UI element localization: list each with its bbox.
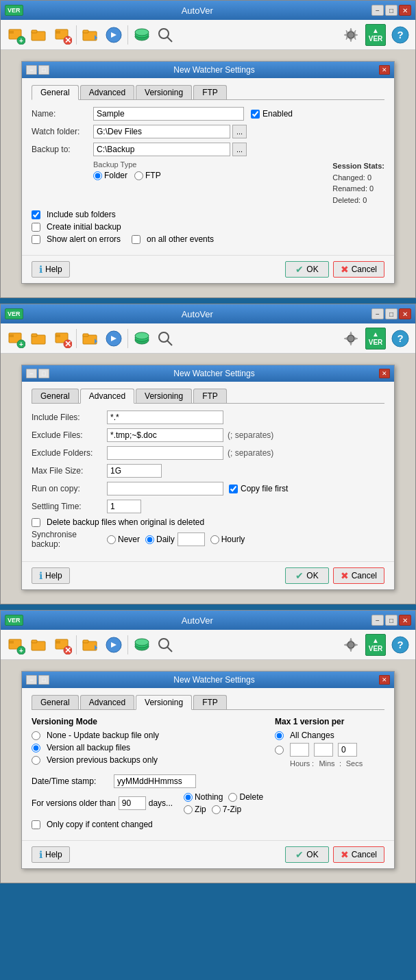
zip-radio[interactable] [184, 805, 193, 814]
open-folder-btn[interactable] [28, 24, 50, 46]
open-folder-btn-2[interactable] [28, 328, 50, 350]
delete-btn-2[interactable]: ✕ [51, 328, 73, 350]
open-folder-btn-3[interactable] [28, 634, 50, 656]
add-watcher-btn-3[interactable]: + [5, 634, 27, 656]
help-btn-toolbar-2[interactable]: ? [389, 328, 411, 350]
dialog-min-2[interactable]: − [26, 369, 37, 378]
maximize-btn-3[interactable]: □ [385, 615, 397, 626]
time-based-radio[interactable] [275, 746, 284, 755]
gear-btn-2[interactable] [340, 328, 362, 350]
arrow-btn-3[interactable] [103, 634, 125, 656]
backup-btn-2[interactable] [131, 328, 153, 350]
autover-btn[interactable]: ▲VER [365, 24, 387, 46]
on-all-events-checkbox[interactable] [132, 235, 140, 244]
all-radio[interactable] [32, 744, 40, 752]
settings-btn-2[interactable] [79, 328, 101, 350]
autover-btn-2[interactable]: ▲VER [365, 328, 387, 350]
cancel-button-2[interactable]: ✖ Cancel [333, 567, 384, 584]
dialog-close-3[interactable]: ✕ [379, 675, 390, 685]
add-watcher-btn[interactable]: + [5, 24, 27, 46]
minimize-btn-2[interactable]: − [371, 308, 384, 319]
daily-time-input[interactable] [178, 532, 205, 546]
cancel-button-1[interactable]: ✖ Cancel [333, 261, 384, 278]
cancel-button-3[interactable]: ✖ Cancel [333, 846, 384, 863]
tab-ftp-1[interactable]: FTP [193, 85, 227, 99]
tab-advanced-2[interactable]: Advanced [80, 389, 134, 404]
maximize-btn-2[interactable]: □ [385, 308, 397, 319]
help-button-2[interactable]: ℹ Help [32, 567, 70, 584]
dialog-max-2[interactable]: □ [38, 369, 49, 378]
mins-input[interactable] [314, 743, 333, 757]
dialog-min-1[interactable]: − [26, 65, 37, 75]
include-sub-checkbox[interactable] [32, 210, 40, 219]
arrow-btn-2[interactable] [103, 328, 125, 350]
previous-radio[interactable] [32, 756, 40, 765]
watch-folder-browse-btn[interactable]: ... [232, 125, 247, 138]
hourly-radio[interactable] [210, 535, 219, 544]
delete-radio[interactable] [228, 793, 237, 802]
backup-to-browse-btn[interactable]: ... [232, 143, 247, 156]
datetime-stamp-input[interactable] [114, 774, 196, 788]
only-copy-checkbox[interactable] [32, 820, 40, 829]
tab-versioning-1[interactable]: Versioning [136, 85, 192, 99]
tab-general-3[interactable]: General [32, 695, 79, 709]
minimize-btn-1[interactable]: − [371, 5, 384, 16]
delete-btn-3[interactable]: ✕ [51, 634, 73, 656]
enabled-checkbox[interactable] [251, 110, 260, 119]
secs-input[interactable] [338, 743, 357, 757]
all-changes-radio[interactable] [275, 731, 284, 740]
close-btn-3[interactable]: ✕ [399, 615, 411, 626]
backup-to-input[interactable] [93, 143, 230, 156]
minimize-btn-3[interactable]: − [371, 615, 384, 626]
dialog-max-3[interactable]: □ [38, 675, 49, 685]
tab-versioning-2[interactable]: Versioning [136, 389, 192, 403]
dialog-min-3[interactable]: − [26, 675, 37, 685]
dialog-max-1[interactable]: □ [38, 65, 49, 75]
autover-btn-3[interactable]: ▲VER [365, 634, 387, 656]
maximize-btn-1[interactable]: □ [385, 5, 397, 16]
7zip-radio[interactable] [212, 805, 221, 814]
close-btn-2[interactable]: ✕ [399, 308, 411, 319]
dialog-close-2[interactable]: ✕ [379, 369, 390, 378]
help-button-1[interactable]: ℹ Help [32, 261, 70, 278]
add-watcher-btn-2[interactable]: + [5, 328, 27, 350]
settings-btn[interactable] [79, 24, 101, 46]
watch-folder-input[interactable] [93, 125, 230, 138]
max-file-size-input[interactable] [107, 464, 162, 478]
run-on-copy-input[interactable] [107, 482, 223, 495]
folder-radio[interactable] [93, 171, 102, 180]
dialog-close-1[interactable]: ✕ [379, 65, 390, 75]
ftp-radio[interactable] [134, 171, 143, 180]
settings-btn-3[interactable] [79, 634, 101, 656]
tab-versioning-3[interactable]: Versioning [136, 695, 192, 710]
gear-btn[interactable] [340, 24, 362, 46]
never-radio[interactable] [107, 535, 116, 544]
include-files-input[interactable] [107, 411, 223, 424]
help-btn-toolbar-3[interactable]: ? [389, 634, 411, 656]
tab-ftp-3[interactable]: FTP [193, 695, 227, 709]
help-button-3[interactable]: ℹ Help [32, 846, 70, 863]
ok-button-3[interactable]: ✔ OK [285, 846, 328, 863]
help-btn-toolbar[interactable]: ? [389, 24, 411, 46]
settling-time-input[interactable] [107, 500, 141, 513]
nothing-radio[interactable] [184, 793, 193, 802]
arrow-btn[interactable] [103, 24, 125, 46]
daily-radio[interactable] [145, 535, 154, 544]
create-initial-checkbox[interactable] [32, 223, 40, 232]
tab-advanced-1[interactable]: Advanced [80, 85, 134, 99]
backup-btn-3[interactable] [131, 634, 153, 656]
search-btn[interactable] [154, 24, 176, 46]
ok-button-2[interactable]: ✔ OK [285, 567, 328, 584]
tab-general-2[interactable]: General [32, 389, 79, 403]
delete-btn[interactable]: ✕ [51, 24, 73, 46]
exclude-folders-input[interactable] [107, 446, 223, 460]
name-input[interactable] [93, 107, 244, 121]
close-btn-1[interactable]: ✕ [399, 5, 411, 16]
ok-button-1[interactable]: ✔ OK [285, 261, 328, 278]
tab-ftp-2[interactable]: FTP [193, 389, 227, 403]
tab-advanced-3[interactable]: Advanced [80, 695, 134, 709]
search-btn-3[interactable] [154, 634, 176, 656]
tab-general-1[interactable]: General [32, 85, 79, 100]
show-alert-checkbox[interactable] [32, 235, 40, 244]
older-than-input[interactable] [119, 796, 146, 810]
